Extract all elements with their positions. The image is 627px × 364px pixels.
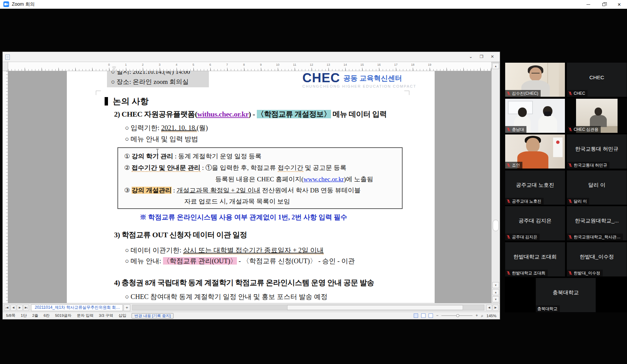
agenda-item-4-sub1: ○ CHEC 참여대학 동계 계절학기 일정 안내 및 홍보 포스터 발송 예정 xyxy=(125,292,327,301)
participant-tile-join[interactable]: 조인 xyxy=(505,134,565,169)
box-line-3: 등록된 내용은 CHEC 홈페이지(www.chec.or.kr)에 노출됨 xyxy=(215,175,373,184)
vertical-scrollbar[interactable]: ▲ ▼ ▲ ▼ xyxy=(491,62,500,303)
last-tab-button[interactable]: ▶| xyxy=(23,305,29,311)
restore-button[interactable] xyxy=(596,0,611,9)
participant-display-name: CHEC xyxy=(567,63,627,92)
participant-name-label: 김수진(CHEC) xyxy=(505,90,541,97)
box-line-5: 자료 업로드 시, 개설과목 목록이 보임 xyxy=(184,197,290,206)
status-segment: 5/8쪽 xyxy=(6,313,16,318)
agenda-item-3-sub2: ○ 메뉴 안내: 〈학점교류 관리(OUT)〉 - 〈학점교류 신청(OUT)〉… xyxy=(125,256,355,266)
heading-bar xyxy=(105,97,108,105)
chec-logo-wordmark: CHEC xyxy=(302,72,340,83)
first-tab-button[interactable]: |◀ xyxy=(4,305,10,311)
participant-tile-leesujeong[interactable]: 한밭대_이수정 한밭대_이수정 xyxy=(567,242,627,277)
magnifier-icon[interactable]: ⌕ xyxy=(481,313,483,318)
close-icon: ✕ xyxy=(618,2,621,7)
app-titlebar: Zoom 회의 ✕ xyxy=(0,0,627,9)
horizontal-ruler[interactable]: 012345678910111213141516171819 xyxy=(8,62,491,71)
view-mode-fit-icon[interactable] xyxy=(429,313,433,318)
scroll-down-button[interactable]: ▼ xyxy=(492,282,499,288)
participant-tile-heominkyu[interactable]: 한국교통대 허민규 한국교통대 허민규 xyxy=(567,134,627,169)
zoom-slider-thumb[interactable] xyxy=(456,314,459,317)
status-segments: 5/8쪽1단2줄6칸5019글자문자 입력3/3 구역삽입 xyxy=(6,313,126,318)
window-controls: ✕ xyxy=(580,0,627,9)
zoom-out-button[interactable]: − xyxy=(436,313,438,318)
participant-name-label: 한밭대학교 조대희 xyxy=(505,270,548,276)
meeting-place-line: ○ 장소: 온라인 zoom 회의실 xyxy=(111,77,205,87)
muted-mic-icon xyxy=(568,199,572,203)
participant-name-label: 충남대 xyxy=(505,126,526,133)
view-mode-wide-icon[interactable] xyxy=(421,313,426,318)
participant-display-name: 공주교대 노호진 xyxy=(505,171,565,200)
doc-close-button[interactable]: ✕ xyxy=(488,53,496,61)
muted-mic-icon xyxy=(568,91,572,95)
participant-tile-dallyi[interactable]: 달리 이 달리 이 xyxy=(567,170,627,205)
box-line-4: ③ 강의 개설관리 : 개설교과목 확정일 + 2일 이내 전산원에서 학사 D… xyxy=(124,186,361,195)
chec-homepage-link[interactable]: www.chec.or.kr xyxy=(303,176,344,183)
scroll-up-button[interactable]: ▲ xyxy=(492,63,499,69)
participant-display-name: 한국교원대학교_... xyxy=(567,206,627,236)
margin-corner-left xyxy=(96,91,101,95)
participant-tile-jodaehee[interactable]: 한밭대학교 조대희 한밭대학교 조대희 xyxy=(505,242,565,277)
document-page: ○ 일시: 2021.10.14.(목) 14:00 ○ 장소: 온라인 zoo… xyxy=(67,71,435,304)
scroll-right-button[interactable]: ▶ xyxy=(493,305,498,311)
doc-restore-button[interactable]: ❐ xyxy=(478,53,486,61)
status-segment: 삽입 xyxy=(118,313,126,318)
zoom-slider[interactable] xyxy=(441,313,472,318)
participant-tile-chungbuk[interactable]: 충북대학교 충북대학교 xyxy=(536,278,596,312)
highlight-개설정보: 〈학점교류 개설정보〉 xyxy=(257,110,331,118)
close-button[interactable]: ✕ xyxy=(611,0,627,9)
prev-tab-button[interactable]: ◀ xyxy=(10,305,16,311)
view-mode-page-icon[interactable] xyxy=(414,313,418,318)
page-up-button[interactable]: ▲ xyxy=(492,289,499,295)
zoom-percentage[interactable]: 145% xyxy=(487,314,496,318)
muted-mic-icon xyxy=(507,271,511,275)
agenda-item-3-sub1: ○ 데이터 이관기한: 상시 또는 대학별 접수기간 종료일자 + 2일 이내 xyxy=(125,246,324,255)
participant-tile-knue[interactable]: 한국교원대학교_... 한국교원대학교_학사관… xyxy=(567,206,627,241)
muted-mic-icon xyxy=(568,271,572,275)
ruler-corner xyxy=(3,62,8,71)
vertical-ruler[interactable] xyxy=(3,71,8,303)
participant-name-label: 한밭대_이수정 xyxy=(567,270,603,276)
meeting-info-box: ○ 일시: 2021.10.14.(목) 14:00 ○ 장소: 온라인 zoo… xyxy=(107,71,209,87)
vertical-scrollbar-thumb[interactable] xyxy=(493,220,499,231)
participant-name-label: 한국교원대학교_학사관… xyxy=(567,234,623,240)
document-tab[interactable]: 20211014_제1차 학사교류실무추진위원회 회… xyxy=(31,304,123,311)
minimize-button[interactable] xyxy=(580,0,596,9)
muted-mic-icon xyxy=(507,235,511,239)
withus-link[interactable]: withus.chec.or.kr xyxy=(197,110,249,118)
participant-tile-nohojin[interactable]: 공주교대 노호진 공주교대 노호진 xyxy=(505,170,565,205)
status-segment: 문자 입력 xyxy=(77,313,93,318)
highlight-개설관리: 강의 개설관리 xyxy=(132,187,172,194)
zoom-app-window: Zoom 회의 ✕ ⌄ ❐ ✕ 012345678910111213141516… xyxy=(0,0,627,364)
status-segment: 3/3 구역 xyxy=(99,313,113,318)
participant-tile-chec[interactable]: CHEC CHEC xyxy=(567,62,627,97)
page-down-button[interactable]: ▼ xyxy=(492,296,499,302)
participant-tile-kimjieun[interactable]: 공주대 김지은 공주대 김지은 xyxy=(505,206,565,241)
participant-name-label: 공주대 김지은 xyxy=(505,234,540,240)
agenda-item-4: 4) 충청권 8개 국립대학 동계 계절학기 학점교류 온라인시스템 운영 안내… xyxy=(114,278,374,288)
muted-mic-icon xyxy=(568,127,572,131)
status-segment: 6칸 xyxy=(44,313,50,318)
next-tab-button[interactable]: ▶ xyxy=(17,305,23,311)
participant-name-label: 조인 xyxy=(505,162,522,169)
participant-display-name: 달리 이 xyxy=(567,171,627,200)
scroll-left-button[interactable]: ◀ xyxy=(486,305,492,311)
muted-mic-icon xyxy=(507,127,511,131)
zoom-in-button[interactable]: + xyxy=(475,313,478,318)
participant-tile-simgwanyong[interactable]: CHEC 심관용 xyxy=(567,98,627,133)
muted-mic-icon xyxy=(568,163,572,167)
add-tab-button[interactable]: + xyxy=(124,304,130,311)
muted-mic-icon xyxy=(507,199,511,203)
doc-menu-button[interactable]: ⌄ xyxy=(467,53,475,61)
track-changes-chip[interactable]: 변경 내용 [기록 중지] xyxy=(132,313,173,318)
required-note: ※ 학점교류 온라인시스템 사용 여부 관계없이 1번, 2번 사항 입력 필수 xyxy=(140,213,347,222)
indent-marker-top[interactable] xyxy=(112,67,116,69)
status-segment: 1단 xyxy=(21,313,27,318)
agenda-item-3: 3) 학점교류 OUT 신청자 데이터 이관 일정 xyxy=(114,230,247,240)
section-heading: 논의 사항 xyxy=(105,96,148,107)
participant-tile-kimsujin[interactable]: 김수진(CHEC) xyxy=(505,62,565,97)
participant-tile-chungnam[interactable]: 충남대 xyxy=(505,98,565,133)
horizontal-scrollbar-thumb[interactable] xyxy=(287,305,463,310)
horizontal-scrollbar[interactable] xyxy=(132,305,484,310)
